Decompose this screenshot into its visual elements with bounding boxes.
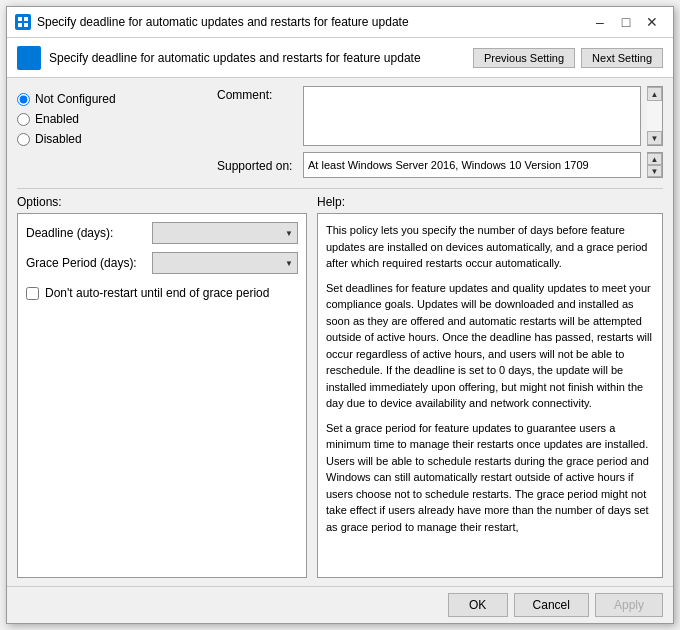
scroll-down-arrow[interactable]: ▼ <box>647 131 662 145</box>
content-area: Not Configured Enabled Disabled Comm <box>7 78 673 586</box>
deadline-label: Deadline (days): <box>26 226 146 240</box>
radio-disabled[interactable]: Disabled <box>17 132 217 146</box>
supported-on-text: At least Windows Server 2016, Windows 10… <box>308 159 589 171</box>
comment-textarea[interactable] <box>303 86 641 146</box>
supported-on-value: At least Windows Server 2016, Windows 10… <box>303 152 641 178</box>
deadline-dropdown[interactable]: ▼ <box>152 222 298 244</box>
radio-disabled-label: Disabled <box>35 132 82 146</box>
svg-rect-1 <box>24 17 28 21</box>
dont-auto-restart-label: Don't auto-restart until end of grace pe… <box>45 286 269 300</box>
divider <box>17 188 663 189</box>
next-setting-button[interactable]: Next Setting <box>581 48 663 68</box>
radio-enabled-label: Enabled <box>35 112 79 126</box>
minimize-button[interactable]: – <box>587 11 613 33</box>
svg-rect-0 <box>18 17 22 21</box>
comment-label: Comment: <box>217 86 297 102</box>
help-label: Help: <box>317 195 345 209</box>
auto-restart-row: Don't auto-restart until end of grace pe… <box>26 286 298 300</box>
radio-not-configured[interactable]: Not Configured <box>17 92 217 106</box>
grace-period-dropdown-arrow: ▼ <box>285 259 293 268</box>
options-header: Options: <box>17 195 307 209</box>
help-paragraph-1: This policy lets you specify the number … <box>326 222 654 272</box>
top-section: Not Configured Enabled Disabled Comm <box>17 86 663 178</box>
comment-row: Comment: ▲ ▼ <box>217 86 663 146</box>
radio-group: Not Configured Enabled Disabled <box>17 92 217 146</box>
previous-setting-button[interactable]: Previous Setting <box>473 48 575 68</box>
radio-enabled-input[interactable] <box>17 113 30 126</box>
left-panel: Not Configured Enabled Disabled <box>17 86 217 178</box>
supported-scroll-down[interactable]: ▼ <box>647 165 662 177</box>
svg-rect-2 <box>18 23 22 27</box>
radio-disabled-input[interactable] <box>17 133 30 146</box>
bottom-section: Deadline (days): ▼ Grace Period (days): … <box>17 213 663 578</box>
svg-rect-3 <box>24 23 28 27</box>
radio-not-configured-label: Not Configured <box>35 92 116 106</box>
help-header: Help: <box>317 195 663 209</box>
options-panel: Deadline (days): ▼ Grace Period (days): … <box>17 213 307 578</box>
grace-period-label: Grace Period (days): <box>26 256 146 270</box>
right-panel: Comment: ▲ ▼ Supported on: At least Wind… <box>217 86 663 178</box>
deadline-row: Deadline (days): ▼ <box>26 222 298 244</box>
apply-button[interactable]: Apply <box>595 593 663 617</box>
main-window: Specify deadline for automatic updates a… <box>6 6 674 624</box>
window-icon <box>15 14 31 30</box>
window-title: Specify deadline for automatic updates a… <box>37 15 581 29</box>
header-buttons: Previous Setting Next Setting <box>473 48 663 68</box>
help-paragraph-3: Set a grace period for feature updates t… <box>326 420 654 536</box>
radio-not-configured-input[interactable] <box>17 93 30 106</box>
help-paragraph-2: Set deadlines for feature updates and qu… <box>326 280 654 412</box>
help-panel: This policy lets you specify the number … <box>317 213 663 578</box>
header-icon <box>17 46 41 70</box>
supported-on-label: Supported on: <box>217 157 297 173</box>
footer: OK Cancel Apply <box>7 586 673 623</box>
deadline-dropdown-arrow: ▼ <box>285 229 293 238</box>
middle-section: Options: Help: <box>17 195 663 209</box>
comment-scrollbar: ▲ ▼ <box>647 86 663 146</box>
supported-row: Supported on: At least Windows Server 20… <box>217 152 663 178</box>
header-title: Specify deadline for automatic updates a… <box>49 51 465 65</box>
grace-period-dropdown[interactable]: ▼ <box>152 252 298 274</box>
radio-enabled[interactable]: Enabled <box>17 112 217 126</box>
options-label: Options: <box>17 195 62 209</box>
scroll-up-arrow[interactable]: ▲ <box>647 87 662 101</box>
supported-scrollbar: ▲ ▼ <box>647 152 663 178</box>
window-controls: – □ ✕ <box>587 11 665 33</box>
grace-period-row: Grace Period (days): ▼ <box>26 252 298 274</box>
dont-auto-restart-checkbox[interactable] <box>26 287 39 300</box>
maximize-button[interactable]: □ <box>613 11 639 33</box>
title-bar: Specify deadline for automatic updates a… <box>7 7 673 38</box>
header-bar: Specify deadline for automatic updates a… <box>7 38 673 78</box>
ok-button[interactable]: OK <box>448 593 508 617</box>
cancel-button[interactable]: Cancel <box>514 593 589 617</box>
close-button[interactable]: ✕ <box>639 11 665 33</box>
supported-scroll-up[interactable]: ▲ <box>647 153 662 165</box>
